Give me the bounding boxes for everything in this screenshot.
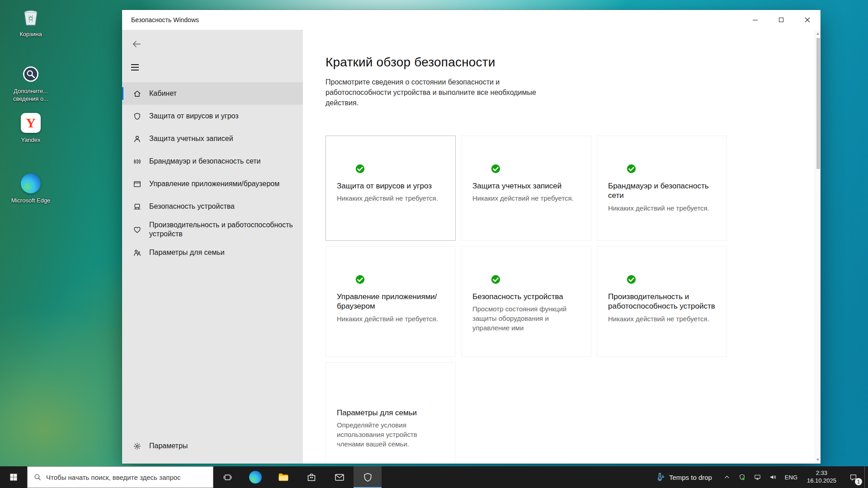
check-badge-icon [490,163,501,174]
card-title: Управление приложениями/браузером [337,292,444,312]
minimize-button[interactable] [742,10,768,30]
news-weather-widget[interactable]: Temps to drop [648,466,719,488]
tray-volume-button[interactable] [765,466,781,488]
sidebar-item-label: Брандмауэр и безопасность сети [149,157,261,166]
scroll-up-arrow[interactable] [816,33,819,35]
sidebar-item-label: Параметры [149,441,188,450]
page-subtitle: Просмотрите сведения о состоянии безопас… [326,77,542,108]
window-scrollbar[interactable] [815,30,821,464]
recycle-bin-icon [20,6,42,28]
card-status: Просмотр состояния функций защиты оборуд… [472,305,580,333]
check-badge-icon [354,274,366,285]
card-title: Производительность и работоспособность у… [608,292,716,312]
health-check-icon [608,258,633,284]
sidebar-item-label: Безопасность устройства [149,202,235,211]
sidebar-item-settings[interactable]: Параметры [122,435,303,457]
card-title: Защита учетных записей [472,181,580,191]
check-badge-icon [354,163,366,174]
sidebar-item-label: Управление приложениями/браузером [149,179,279,188]
close-button[interactable] [794,10,821,30]
desktop-icon-label: Корзина [19,31,42,38]
taskbar-clock[interactable]: 2:33 16.10.2025 [802,466,842,488]
back-button[interactable] [128,37,145,51]
network-ethernet-icon [754,474,761,481]
tray-defender-button[interactable] [735,466,750,488]
file-explorer-icon [278,471,289,483]
taskbar-mail-button[interactable] [326,466,354,488]
app-browser-check-icon [337,258,362,284]
start-button[interactable] [0,466,27,488]
taskbar-store-button[interactable] [297,466,326,488]
search-icon [33,473,42,481]
sidebar-item-app-browser-control[interactable]: Управление приложениями/браузером [122,173,303,195]
scroll-down-arrow[interactable] [816,459,819,461]
card-family-options[interactable]: Параметры для семьи Определяйте условия … [326,362,456,464]
tray-network-button[interactable] [750,466,765,488]
chevron-up-icon [723,474,731,481]
sidebar-item-firewall[interactable]: Брандмауэр и безопасность сети [122,150,303,173]
window-title: Безопасность Windows [122,16,742,23]
sidebar-item-family-options[interactable]: Параметры для семьи [122,241,303,264]
card-virus-protection[interactable]: Защита от вирусов и угроз Никаких действ… [326,136,456,241]
firewall-network-icon [132,157,142,166]
desktop-icon-label: Дополните... сведения о... [7,88,54,103]
windows-security-window: Безопасность Windows Кабинет [122,10,821,464]
desktop-icon-edge[interactable]: Microsoft Edge [4,173,58,205]
card-status: Никаких действий не требуется. [472,194,580,203]
desktop-icon-label: Microsoft Edge [11,197,51,205]
yandex-icon: Y [20,112,42,134]
volume-icon [769,473,777,481]
security-cards-grid: Защита от вирусов и угроз Никаких действ… [326,136,800,464]
taskbar-file-explorer-button[interactable] [269,466,297,488]
menu-button[interactable] [131,62,143,72]
sidebar-item-virus-protection[interactable]: Защита от вирусов и угроз [122,105,303,127]
card-account-protection[interactable]: Защита учетных записей Никаких действий … [461,136,591,241]
defender-shield-icon [738,474,746,481]
card-app-browser-control[interactable]: Управление приложениями/браузером Никаки… [326,246,456,357]
card-firewall[interactable]: Брандмауэр и безопасность сети Никаких д… [597,136,727,241]
desktop-icon-spotlight-info[interactable]: Дополните... сведения о... [4,63,58,103]
windows-security-icon [363,472,373,483]
desktop-icon-yandex[interactable]: Y Yandex [4,112,58,144]
taskbar-search[interactable] [27,466,213,488]
sidebar-item-device-security[interactable]: Безопасность устройства [122,195,303,218]
sidebar-item-label: Производительность и работоспособность у… [149,221,297,239]
gear-icon [132,442,142,450]
search-input[interactable] [46,474,208,481]
sidebar-item-home[interactable]: Кабинет [122,82,303,105]
task-view-button[interactable] [213,466,241,488]
maximize-button[interactable] [768,10,794,30]
spotlight-info-icon [20,63,42,85]
shield-check-icon [337,148,362,173]
main-content: Краткий обзор безопасности Просмотрите с… [303,30,821,464]
desktop-icon-recycle-bin[interactable]: Корзина [4,6,58,38]
sidebar-item-account-protection[interactable]: Защита учетных записей [122,127,303,150]
taskbar-edge-button[interactable] [241,466,269,488]
card-status: Никаких действий не требуется. [608,314,716,324]
shield-icon [132,112,142,121]
card-status: Никаких действий не требуется. [608,204,716,213]
card-title: Брандмауэр и безопасность сети [608,181,716,201]
card-device-performance[interactable]: Производительность и работоспособность у… [597,246,727,357]
sidebar-item-label: Защита учетных записей [149,134,233,143]
language-indicator[interactable]: ENG [781,466,802,488]
action-center-button[interactable]: 1 [842,466,864,488]
mail-icon [334,472,345,483]
edge-icon [20,173,42,194]
card-title: Параметры для семьи [337,408,444,418]
taskbar-windows-security-button[interactable] [354,466,382,488]
system-tray: Temps to drop ENG 2:33 16.10.2025 1 [648,466,868,488]
selected-indicator [122,87,123,100]
close-icon [805,17,810,23]
scrollbar-thumb[interactable] [816,38,820,169]
show-desktop-button[interactable] [864,466,868,488]
page-title: Краткий обзор безопасности [326,55,800,70]
microsoft-store-icon [306,472,317,483]
tray-chevron-button[interactable] [719,466,735,488]
window-titlebar: Безопасность Windows [122,10,821,30]
card-device-security[interactable]: Безопасность устройства Просмотр состоян… [461,246,591,357]
sidebar-nav: Кабинет Защита от вирусов и угроз Защита… [122,82,303,264]
sidebar-item-device-performance[interactable]: Производительность и работоспособность у… [122,218,303,241]
notification-badge: 1 [855,478,862,485]
edge-icon [249,471,262,483]
